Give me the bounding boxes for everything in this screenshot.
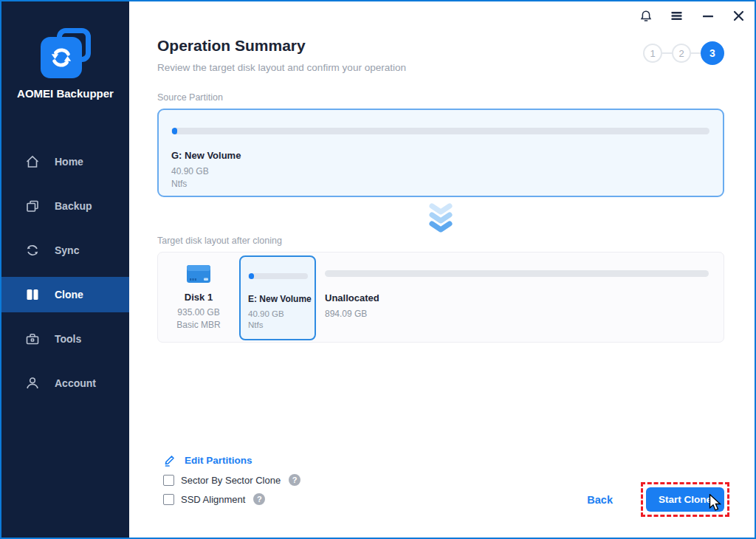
- ssd-alignment-checkbox[interactable]: [163, 494, 174, 505]
- menu-icon[interactable]: [670, 9, 684, 23]
- minimize-icon[interactable]: [701, 9, 715, 23]
- unallocated-size: 894.09 GB: [325, 309, 709, 319]
- source-partition-name: G: New Volume: [171, 150, 709, 161]
- clone-icon: [25, 287, 40, 302]
- sidebar-item-label: Sync: [55, 244, 79, 256]
- notification-bell-icon[interactable]: [639, 9, 653, 23]
- capacity-bar: [171, 128, 709, 134]
- step-connector: [691, 52, 701, 54]
- edit-partitions-link[interactable]: Edit Partitions: [163, 453, 252, 467]
- tools-icon: [25, 332, 40, 346]
- step-1: 1: [643, 44, 662, 63]
- target-partition-name: E: New Volume: [248, 294, 308, 304]
- sidebar-item-sync[interactable]: Sync: [1, 233, 129, 268]
- page-title: Operation Summary: [157, 37, 406, 55]
- sync-arrows-icon: [49, 45, 74, 70]
- close-icon[interactable]: [732, 9, 746, 23]
- sector-by-sector-checkbox[interactable]: [163, 475, 174, 486]
- chevrons-down-icon: [157, 203, 724, 233]
- target-partition-filesystem: Ntfs: [248, 320, 308, 329]
- target-disk-info: Disk 1 935.00 GB Basic MBR: [158, 253, 239, 342]
- main-panel: Operation Summary Review the target disk…: [129, 1, 755, 538]
- target-disk-type: Basic MBR: [176, 320, 220, 330]
- sector-by-sector-option[interactable]: Sector By Sector Clone ?: [163, 474, 300, 486]
- hard-drive-icon: [184, 262, 213, 286]
- unallocated-region[interactable]: Unallocated 894.09 GB: [316, 253, 724, 342]
- help-icon[interactable]: ?: [253, 493, 265, 505]
- step-3: 3: [701, 41, 724, 65]
- sidebar-item-clone[interactable]: Clone: [1, 277, 129, 312]
- sync-icon: [25, 243, 40, 258]
- content: Operation Summary Review the target disk…: [129, 1, 755, 505]
- backup-icon: [25, 199, 40, 213]
- edit-partitions-label: Edit Partitions: [185, 455, 252, 466]
- unallocated-label: Unallocated: [325, 292, 709, 303]
- source-partition-filesystem: Ntfs: [171, 179, 709, 189]
- sidebar-item-label: Home: [55, 156, 83, 168]
- sector-by-sector-label: Sector By Sector Clone: [181, 475, 281, 486]
- sidebar-item-label: Clone: [55, 289, 83, 301]
- start-clone-button[interactable]: Start Clone: [646, 487, 724, 512]
- account-icon: [25, 376, 40, 391]
- app-name: AOMEI Backupper: [17, 87, 114, 100]
- sidebar-item-label: Backup: [55, 200, 92, 212]
- pencil-icon: [163, 453, 176, 467]
- target-disk-size: 935.00 GB: [177, 307, 219, 317]
- footer-actions: Back Start Clone: [587, 482, 729, 517]
- sidebar-item-backup[interactable]: Backup: [1, 188, 129, 224]
- capacity-used-indicator: [249, 273, 254, 279]
- target-partition-size: 40.90 GB: [248, 309, 308, 318]
- capacity-bar: [325, 270, 709, 277]
- target-disk-box: Disk 1 935.00 GB Basic MBR E: New Volume…: [157, 252, 724, 343]
- sidebar-nav: Home Backup Sync: [1, 144, 129, 410]
- page-subtitle: Review the target disk layout and confir…: [157, 62, 406, 73]
- sidebar-item-tools[interactable]: Tools: [1, 321, 129, 357]
- sidebar-item-account[interactable]: Account: [1, 365, 129, 401]
- source-partition-size: 40.90 GB: [171, 166, 709, 176]
- source-partition-label: Source Partition: [157, 92, 724, 103]
- app-window: AOMEI Backupper Home Backup: [0, 0, 756, 539]
- capacity-bar: [248, 273, 308, 279]
- back-button[interactable]: Back: [587, 494, 613, 506]
- help-icon[interactable]: ?: [289, 474, 300, 486]
- ssd-alignment-option[interactable]: SSD Alignment ?: [163, 493, 265, 505]
- home-icon: [25, 154, 40, 169]
- sidebar-item-home[interactable]: Home: [1, 144, 129, 179]
- step-indicator: 1 2 3: [643, 41, 724, 65]
- step-connector: [662, 52, 672, 54]
- sidebar-item-label: Account: [55, 377, 96, 389]
- capacity-used-indicator: [172, 128, 177, 134]
- sidebar-item-label: Tools: [55, 333, 81, 345]
- app-logo-icon: [39, 28, 92, 78]
- target-disk-name: Disk 1: [185, 292, 213, 303]
- target-partition-card[interactable]: E: New Volume 40.90 GB Ntfs: [239, 255, 316, 340]
- start-clone-annotation-box: Start Clone: [641, 482, 729, 517]
- titlebar-controls: [639, 9, 746, 23]
- source-partition-box[interactable]: G: New Volume 40.90 GB Ntfs: [157, 109, 724, 197]
- target-layout-label: Target disk layout after cloning: [157, 236, 724, 246]
- step-2: 2: [672, 44, 691, 63]
- ssd-alignment-label: SSD Alignment: [181, 494, 245, 505]
- sidebar: AOMEI Backupper Home Backup: [1, 1, 129, 538]
